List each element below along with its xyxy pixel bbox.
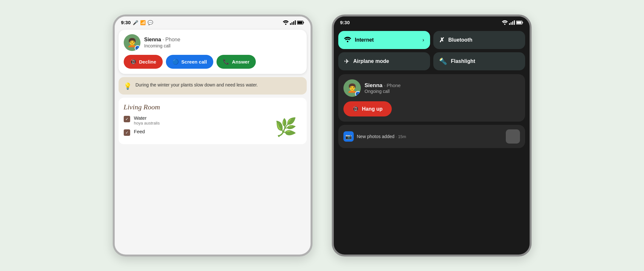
dark-call-status: Ongoing call bbox=[365, 89, 401, 94]
hang-up-button[interactable]: 📵 Hang up bbox=[343, 101, 392, 116]
svg-rect-6 bbox=[516, 21, 521, 24]
checkbox-water[interactable]: ✓ bbox=[124, 116, 130, 122]
hangup-icon: 📵 bbox=[352, 106, 359, 112]
bluetooth-tile[interactable]: ✗ Bluetooth bbox=[433, 31, 525, 49]
status-right-light bbox=[283, 20, 304, 25]
plant-tip-card: 💡 During the winter your plants slow dow… bbox=[119, 77, 307, 95]
svg-rect-2 bbox=[297, 21, 302, 24]
bottom-notif-content: New photos added · 15m bbox=[357, 134, 503, 139]
time-light: 9:30 bbox=[121, 20, 131, 25]
time-dark: 9:30 bbox=[340, 20, 350, 25]
status-bar-dark: 9:30 bbox=[334, 16, 530, 27]
wifi-icon-dark bbox=[502, 20, 508, 25]
svg-point-0 bbox=[285, 24, 286, 25]
internet-label: Internet bbox=[355, 37, 374, 43]
notification-header: 🧑‍🦱 📞 Sienna · Phone Incoming call bbox=[124, 34, 302, 51]
caller-name-label: Sienna · Phone bbox=[144, 37, 180, 43]
living-room-card: Living Room ✓ Water hoya australis ✓ Fee… bbox=[119, 98, 307, 144]
wifi-icon bbox=[283, 20, 289, 25]
flashlight-tile[interactable]: 🔦 Flashlight bbox=[433, 52, 525, 70]
answer-icon: 📞 bbox=[223, 59, 229, 65]
incoming-call-card: 🧑‍🦱 📞 Sienna · Phone Incoming call 📵 Dec… bbox=[119, 30, 307, 74]
battery-icon bbox=[297, 21, 304, 25]
phones-container: 9:30 🎤 📶 💬 bbox=[0, 0, 644, 271]
screen-icon: 🔵 bbox=[172, 59, 179, 65]
dark-call-indicator: 📞 bbox=[355, 91, 361, 97]
dark-caller-avatar: 🧑‍🦱 📞 bbox=[343, 79, 361, 97]
plant-decoration: 🌿 bbox=[275, 117, 297, 138]
signal-icon-dark bbox=[509, 20, 515, 25]
phone-dark: 9:30 bbox=[332, 15, 532, 256]
call-status-text: Incoming call bbox=[144, 43, 180, 48]
bluetooth-icon: ✗ bbox=[439, 36, 445, 44]
airplane-label: Airplane mode bbox=[353, 58, 389, 64]
dark-notification-header: 🧑‍🦱 📞 Sienna · Phone Ongoing call bbox=[343, 79, 520, 97]
screen-call-button[interactable]: 🔵 Screen call bbox=[166, 55, 213, 69]
answer-button[interactable]: 📞 Answer bbox=[216, 55, 256, 69]
bottom-notification-card: 📷 New photos added · 15m bbox=[338, 125, 525, 148]
bluetooth-label: Bluetooth bbox=[448, 37, 473, 43]
tip-text: During the winter your plants slow down … bbox=[136, 82, 258, 88]
decline-button[interactable]: 📵 Decline bbox=[124, 55, 163, 69]
call-indicator: 📞 bbox=[135, 45, 140, 51]
message-icon: 💬 bbox=[148, 20, 153, 25]
status-left-dark: 9:30 bbox=[340, 20, 350, 25]
svg-rect-3 bbox=[303, 22, 304, 23]
living-room-title: Living Room bbox=[124, 103, 302, 111]
battery-icon-dark bbox=[516, 21, 523, 25]
airplane-tile[interactable]: ✈ Airplane mode bbox=[338, 52, 430, 70]
call-actions: 📵 Decline 🔵 Screen call 📞 Answer bbox=[124, 55, 302, 69]
internet-chevron: › bbox=[422, 37, 424, 43]
decline-icon: 📵 bbox=[130, 59, 137, 65]
flashlight-label: Flashlight bbox=[451, 58, 476, 64]
caller-avatar: 🧑‍🦱 📞 bbox=[124, 34, 140, 51]
tip-bulb-icon: 💡 bbox=[124, 82, 132, 90]
status-bar-light: 9:30 🎤 📶 💬 bbox=[115, 16, 311, 27]
bottom-notif-thumbnail bbox=[506, 129, 520, 144]
plant-details-2: Feed bbox=[134, 129, 145, 134]
phone-light: 9:30 🎤 📶 💬 bbox=[113, 15, 312, 256]
status-right-dark bbox=[502, 20, 523, 25]
svg-point-4 bbox=[504, 24, 505, 25]
ongoing-call-card: 🧑‍🦱 📞 Sienna · Phone Ongoing call 📵 Hang… bbox=[338, 74, 525, 122]
mute-icon: 🎤 bbox=[133, 20, 138, 25]
dark-notification-text: Sienna · Phone Ongoing call bbox=[365, 82, 401, 94]
internet-wifi-icon bbox=[344, 37, 351, 44]
network-icon: 📶 bbox=[140, 20, 146, 25]
flashlight-icon: 🔦 bbox=[439, 57, 447, 65]
notification-text: Sienna · Phone Incoming call bbox=[144, 37, 180, 48]
svg-rect-7 bbox=[522, 22, 523, 23]
internet-tile[interactable]: Internet › bbox=[338, 31, 430, 49]
svg-point-8 bbox=[347, 41, 348, 42]
dark-caller-name-label: Sienna · Phone bbox=[365, 82, 401, 89]
bottom-notif-text: New photos added · 15m bbox=[357, 134, 406, 139]
airplane-icon: ✈ bbox=[344, 57, 350, 65]
quick-settings: Internet › ✗ Bluetooth ✈ Airplane mode 🔦… bbox=[334, 27, 530, 74]
status-left: 9:30 🎤 📶 💬 bbox=[121, 20, 153, 25]
signal-icon bbox=[290, 20, 296, 25]
checkbox-feed[interactable]: ✓ bbox=[124, 129, 130, 136]
bottom-notif-icon: 📷 bbox=[343, 131, 354, 142]
bottom-notif-time: 15m bbox=[398, 134, 406, 139]
plant-details-1: Water hoya australis bbox=[134, 115, 160, 125]
